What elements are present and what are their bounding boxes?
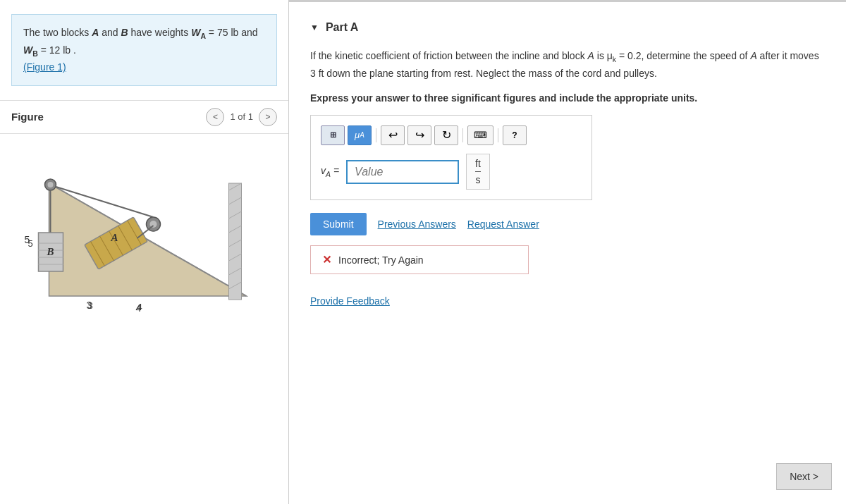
figure-link[interactable]: (Figure 1) (23, 61, 66, 73)
problem-text: The two blocks A and B have weights WA =… (23, 27, 258, 56)
toolbar-sep-1 (376, 128, 376, 142)
incorrect-text: Incorrect; Try Again (338, 254, 424, 266)
request-answer-link[interactable]: Request Answer (467, 219, 539, 230)
unit-denominator: s (475, 173, 480, 186)
answer-area: ⊞ μA ↩ ↪ ↻ ⌨ ? vA = ft s (310, 115, 592, 200)
figure-next-btn[interactable]: > (259, 108, 277, 126)
prev-answers-link[interactable]: Previous Answers (378, 219, 456, 230)
next-btn[interactable]: Next > (776, 463, 832, 490)
provide-feedback-link[interactable]: Provide Feedback (310, 295, 390, 307)
question-text: If the kinetic coefficient of friction b… (310, 48, 825, 81)
figure-title: Figure (11, 111, 44, 123)
right-panel: ▼ Part A If the kinetic coefficient of f… (289, 0, 846, 504)
submit-row: Submit Previous Answers Request Answer (310, 213, 825, 235)
refresh-btn[interactable]: ↻ (434, 125, 458, 145)
undo-btn[interactable]: ↩ (381, 125, 405, 145)
unit-numerator: ft (475, 157, 481, 170)
svg-text:5: 5 (25, 234, 30, 245)
value-input[interactable] (346, 160, 459, 184)
keyboard-btn[interactable]: ⌨ (467, 125, 494, 145)
svg-text:4: 4 (136, 302, 142, 314)
svg-point-16 (48, 182, 54, 188)
top-line (289, 0, 846, 2)
figure-area: 5 4 3 A (0, 134, 288, 504)
part-title: Part A (326, 21, 359, 34)
input-row: vA = ft s (321, 154, 582, 190)
redo-btn[interactable]: ↪ (407, 125, 431, 145)
toolbar-sep-2 (462, 128, 463, 142)
toolbar-sep-3 (498, 128, 498, 142)
x-icon: ✕ (322, 253, 331, 266)
figure-svg: 5 4 3 A (0, 134, 288, 331)
submit-btn[interactable]: Submit (310, 213, 367, 235)
mu-btn[interactable]: μA (348, 125, 372, 145)
var-label: vA = (321, 165, 339, 178)
unit-fraction: ft s (466, 154, 490, 190)
figure-count: 1 of 1 (230, 111, 253, 122)
unit-divider (475, 171, 481, 172)
formula-btn[interactable]: ⊞ (321, 125, 345, 145)
figure-nav: < 1 of 1 > (206, 108, 277, 126)
toolbar: ⊞ μA ↩ ↪ ↻ ⌨ ? (321, 125, 582, 145)
svg-text:B: B (47, 246, 54, 257)
svg-text:3: 3 (87, 300, 92, 311)
figure-prev-btn[interactable]: < (206, 108, 224, 126)
help-btn[interactable]: ? (503, 125, 527, 145)
part-header: ▼ Part A (310, 21, 825, 34)
left-panel: The two blocks A and B have weights WA =… (0, 0, 289, 504)
figure-header: Figure < 1 of 1 > (0, 100, 288, 134)
bold-instruction: Express your answer to three significant… (310, 92, 825, 104)
collapse-arrow-icon[interactable]: ▼ (310, 23, 319, 32)
incorrect-box: ✕ Incorrect; Try Again (310, 245, 529, 274)
problem-info-box: The two blocks A and B have weights WA =… (11, 14, 277, 86)
svg-text:A: A (111, 232, 118, 243)
